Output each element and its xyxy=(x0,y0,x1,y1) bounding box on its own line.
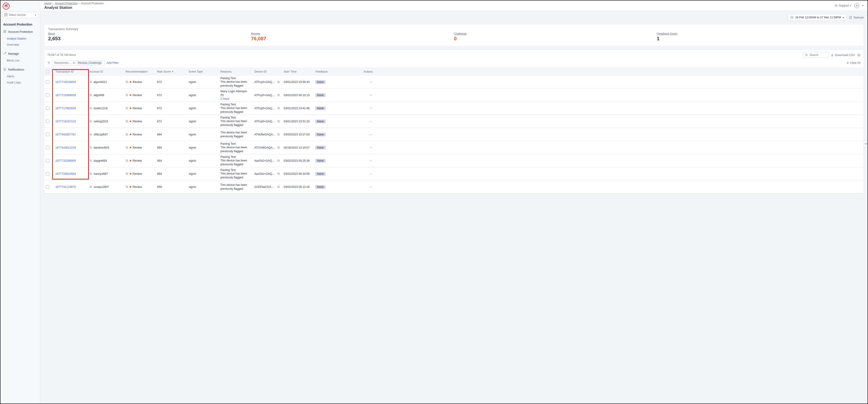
copy-icon[interactable] xyxy=(125,94,128,96)
feedback-badge[interactable]: None xyxy=(315,133,326,136)
feedback-badge[interactable]: None xyxy=(315,106,326,110)
feedback-badge[interactable]: None xyxy=(315,159,326,162)
transaction-id-link[interactable]: 1677717682828 xyxy=(55,107,76,110)
col-recommendation[interactable]: Recommendation xyxy=(124,70,155,73)
copy-icon[interactable] xyxy=(89,146,92,149)
row-checkbox[interactable] xyxy=(46,80,49,84)
copy-icon[interactable] xyxy=(277,107,280,110)
feedback-badge[interactable]: None xyxy=(315,172,326,176)
copy-icon[interactable] xyxy=(89,159,92,162)
row-checkbox[interactable] xyxy=(46,93,49,97)
col-account-id[interactable]: Account ID xyxy=(88,70,124,73)
col-feedback[interactable]: Feedback xyxy=(313,70,345,73)
row-checkbox[interactable] xyxy=(46,120,49,123)
copy-icon[interactable] xyxy=(125,107,128,110)
nav-head-account[interactable]: Account Protection xyxy=(0,28,40,35)
copy-icon[interactable] xyxy=(125,172,128,175)
nav-item-auditlogs[interactable]: Audit Logs xyxy=(0,80,40,86)
nav-item-blocklist[interactable]: Block List xyxy=(0,57,40,64)
copy-icon[interactable] xyxy=(89,172,92,175)
col-start-time[interactable]: Start Time xyxy=(282,70,313,73)
transaction-id-link[interactable]: 1677718518850 xyxy=(55,81,76,84)
copy-icon[interactable] xyxy=(89,185,92,188)
copy-icon[interactable] xyxy=(125,133,128,136)
transaction-id-link[interactable]: 1677718247215 xyxy=(55,120,76,123)
row-actions-menu[interactable]: ⋯ xyxy=(369,106,373,110)
row-actions-menu[interactable]: ⋯ xyxy=(369,120,373,123)
nav-head-manage[interactable]: Manage xyxy=(0,50,40,57)
transaction-id-link[interactable]: 1677720814584 xyxy=(55,172,76,176)
copy-icon[interactable] xyxy=(277,146,280,149)
side-knob[interactable] xyxy=(864,141,868,147)
row-checkbox[interactable] xyxy=(46,106,49,110)
copy-icon[interactable] xyxy=(277,159,280,162)
copy-icon[interactable] xyxy=(89,133,92,136)
stat-label[interactable]: Review xyxy=(251,32,454,35)
copy-icon[interactable] xyxy=(89,81,92,84)
copy-icon[interactable] xyxy=(125,120,128,123)
select-all-checkbox[interactable] xyxy=(46,70,49,73)
transaction-id-link[interactable]: 1677741115676 xyxy=(55,185,76,189)
col-reasons[interactable]: Reasons xyxy=(219,70,252,73)
col-event-type[interactable]: Event Type xyxy=(187,70,219,73)
row-checkbox[interactable] xyxy=(46,172,49,176)
transaction-id-link[interactable]: 1677420613228 xyxy=(55,146,76,149)
clear-all-button[interactable]: ✕ Clear All xyxy=(846,61,861,65)
row-actions-menu[interactable]: ⋯ xyxy=(369,146,373,149)
copy-icon[interactable] xyxy=(277,172,280,175)
copy-icon[interactable] xyxy=(125,146,128,149)
feedback-badge[interactable]: None xyxy=(315,80,326,84)
copy-icon[interactable] xyxy=(277,94,280,96)
copy-icon[interactable] xyxy=(89,120,92,123)
copy-icon[interactable] xyxy=(277,120,280,123)
row-actions-menu[interactable]: ⋯ xyxy=(369,93,373,97)
search-input[interactable] xyxy=(803,52,829,58)
feedback-badge[interactable]: None xyxy=(315,146,326,150)
copy-icon[interactable] xyxy=(125,185,128,188)
row-actions-menu[interactable]: ⋯ xyxy=(369,80,373,84)
copy-icon[interactable] xyxy=(277,81,280,84)
add-filter-button[interactable]: Add Filter xyxy=(106,61,119,64)
col-device-id[interactable]: Device ID xyxy=(252,70,282,73)
copy-icon[interactable] xyxy=(277,185,280,188)
download-csv-button[interactable]: Download CSV xyxy=(831,53,855,57)
row-checkbox[interactable] xyxy=(46,146,49,149)
row-checkbox[interactable] xyxy=(46,159,49,162)
row-checkbox[interactable] xyxy=(46,185,49,189)
row-actions-menu[interactable]: ⋯ xyxy=(369,159,373,162)
filter-chip[interactable]: Recommen… In Review, Challenge xyxy=(52,60,105,66)
service-selector[interactable]: Select service ▾ xyxy=(2,12,38,18)
refresh-button[interactable]: Refresh xyxy=(849,16,864,19)
start-time: 03/01/2023 23:51:20 xyxy=(284,120,310,123)
stat-label[interactable]: Challenge xyxy=(454,32,657,35)
col-transaction-id[interactable]: Transaction ID xyxy=(54,70,88,73)
transaction-id-link[interactable]: 1677719388659 xyxy=(55,94,76,97)
copy-icon[interactable] xyxy=(125,81,128,84)
nav-item-analyst-station[interactable]: Analyst Station xyxy=(0,35,40,41)
row-checkbox[interactable] xyxy=(46,133,49,136)
row-actions-menu[interactable]: ⋯ xyxy=(369,133,373,136)
col-risk-score[interactable]: Risk Score▼ xyxy=(155,70,187,73)
settings-button[interactable] xyxy=(857,53,861,57)
date-range-picker[interactable]: 24 Feb 12:00AM to 27 Mar 11:59PM ▾ xyxy=(788,14,846,21)
search-field[interactable] xyxy=(809,53,825,57)
transaction-id-link[interactable]: 1677842807767 xyxy=(55,133,76,136)
nav-item-alerts[interactable]: Alerts xyxy=(0,73,40,80)
support-menu[interactable]: Support ▾ xyxy=(835,4,851,7)
feedback-badge[interactable]: None xyxy=(315,93,326,97)
copy-icon[interactable] xyxy=(277,133,280,136)
copy-icon[interactable] xyxy=(89,107,92,110)
transaction-id-link[interactable]: 1677720288909 xyxy=(55,159,76,162)
stat-label[interactable]: Feedback Given xyxy=(657,32,860,35)
feedback-badge[interactable]: None xyxy=(315,120,326,123)
copy-icon[interactable] xyxy=(89,94,92,96)
copy-icon[interactable] xyxy=(125,159,128,162)
nav-item-overview[interactable]: Overview xyxy=(0,41,40,48)
stat-label[interactable]: Block xyxy=(48,32,251,35)
row-actions-menu[interactable]: ⋯ xyxy=(369,172,373,176)
user-avatar[interactable] xyxy=(854,3,859,8)
feedback-badge[interactable]: None xyxy=(315,185,326,189)
reasons-more[interactable]: 2 more xyxy=(220,97,251,101)
nav-head-notifications[interactable]: Notifications xyxy=(0,66,40,73)
row-actions-menu[interactable]: ⋯ xyxy=(369,185,373,189)
